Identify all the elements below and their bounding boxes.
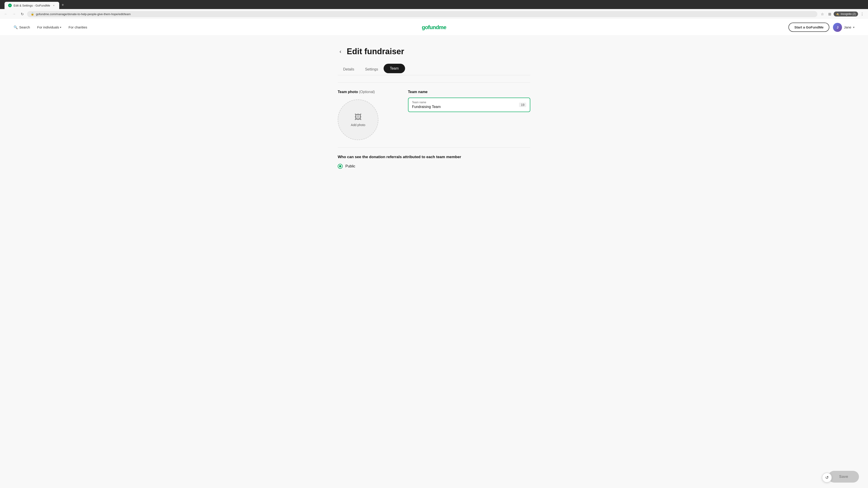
team-name-input-wrapper: Team name 19 <box>408 98 530 112</box>
tab-title: Edit & Settings - GoFundMe <box>13 4 50 7</box>
search-link[interactable]: 🔍 Search <box>13 25 30 29</box>
team-form-section: Team photo (Optional) 🖼 Add photo Team n… <box>338 83 530 148</box>
incognito-icon: 🕵 <box>836 12 839 15</box>
for-individuals-chevron: ▾ <box>60 26 61 29</box>
search-icon: 🔍 <box>13 25 18 29</box>
team-name-section-label: Team name <box>408 90 530 94</box>
browser-chrome: G Edit & Settings - GoFundMe × + <box>0 0 868 9</box>
chat-icon: ↺ <box>825 475 829 480</box>
site-header: 🔍 Search For individuals ▾ For charities… <box>0 19 868 36</box>
donation-question: Who can see the donation referrals attri… <box>338 155 530 159</box>
team-name-field-label: Team name <box>412 101 526 104</box>
forward-button[interactable]: → <box>11 11 17 17</box>
nav-actions: ☆ ⊞ 🕵 Incognito (2) ⋮ <box>819 11 865 17</box>
photo-section-label: Team photo (Optional) <box>338 90 399 94</box>
photo-upload-button[interactable]: 🖼 Add photo <box>338 99 378 140</box>
optional-label: (Optional) <box>359 90 375 94</box>
for-individuals-link[interactable]: For individuals ▾ <box>37 25 61 29</box>
photo-upload-icon: 🖼 <box>354 113 362 121</box>
reload-button[interactable]: ↻ <box>19 11 25 17</box>
address-bar[interactable]: 🔒 gofundme.com/manage/donate-to-help-peo… <box>27 11 817 17</box>
browser-nav: ← → ↻ 🔒 gofundme.com/manage/donate-to-he… <box>0 9 868 19</box>
new-tab-button[interactable]: + <box>60 2 66 8</box>
add-photo-label: Add photo <box>351 123 365 127</box>
public-radio-button[interactable] <box>338 164 343 169</box>
tab-bar: G Edit & Settings - GoFundMe × + <box>3 2 865 9</box>
public-radio-option[interactable]: Public <box>338 164 530 169</box>
team-name-section: Team name Team name 19 <box>408 90 530 140</box>
tab-details[interactable]: Details <box>338 64 360 75</box>
tabs: Details Settings Team <box>338 64 530 75</box>
for-individuals-label: For individuals <box>37 25 59 29</box>
photo-section: Team photo (Optional) 🖼 Add photo <box>338 90 399 140</box>
public-radio-label: Public <box>345 164 355 168</box>
tab-settings[interactable]: Settings <box>360 64 383 75</box>
chat-widget[interactable]: ↺ <box>822 473 832 483</box>
nav-left: 🔍 Search For individuals ▾ For charities <box>13 25 87 29</box>
start-gofundme-button[interactable]: Start a GoFundMe <box>788 23 829 32</box>
back-button[interactable]: ← <box>3 11 9 17</box>
for-charities-link[interactable]: For charities <box>68 25 87 29</box>
page-header: ‹ Edit fundraiser <box>338 46 530 57</box>
user-name: Jane <box>844 25 851 29</box>
active-tab[interactable]: G Edit & Settings - GoFundMe × <box>4 2 59 9</box>
donation-referrals-section: Who can see the donation referrals attri… <box>338 148 530 179</box>
extensions-button[interactable]: ⊞ <box>827 11 833 17</box>
user-menu[interactable]: J Jane ▾ <box>833 23 855 32</box>
char-count: 19 <box>519 103 526 107</box>
main-content: ‹ Edit fundraiser Details Settings Team … <box>332 36 536 190</box>
nav-right: Start a GoFundMe J Jane ▾ <box>788 23 855 32</box>
lock-icon: 🔒 <box>31 12 34 15</box>
page-title: Edit fundraiser <box>347 47 404 56</box>
incognito-badge: 🕵 Incognito (2) <box>834 11 858 17</box>
tab-team[interactable]: Team <box>383 64 405 73</box>
back-page-button[interactable]: ‹ <box>338 46 343 57</box>
bookmark-button[interactable]: ☆ <box>819 11 826 17</box>
team-name-input[interactable] <box>412 105 526 109</box>
tab-favicon: G <box>8 4 12 7</box>
address-text: gofundme.com/manage/donate-to-help-peopl… <box>36 12 814 16</box>
page: 🔍 Search For individuals ▾ For charities… <box>0 19 868 487</box>
save-button[interactable]: Save <box>828 471 859 483</box>
user-chevron-icon: ▾ <box>853 26 855 29</box>
avatar: J <box>833 23 842 32</box>
site-logo[interactable]: gofundme <box>422 24 446 31</box>
search-label: Search <box>19 25 30 29</box>
for-charities-label: For charities <box>68 25 87 29</box>
radio-selected-dot <box>339 165 341 167</box>
tab-close-button[interactable]: × <box>52 4 56 7</box>
logo-text: gofundme <box>422 24 446 30</box>
incognito-label: Incognito (2) <box>841 12 856 15</box>
menu-button[interactable]: ⋮ <box>859 11 865 17</box>
